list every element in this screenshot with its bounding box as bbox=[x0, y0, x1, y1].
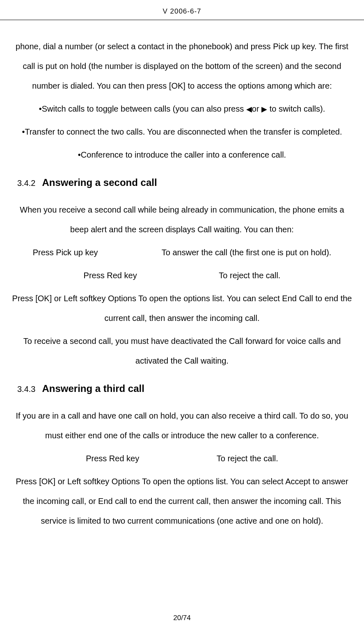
sec343-p3: Press [OK] or Left softkey Options To op… bbox=[11, 472, 353, 531]
document-page: V 2006-6-7 phone, dial a number (or sele… bbox=[0, 0, 364, 632]
page-number: 20/74 bbox=[173, 614, 191, 622]
sec343-p1: If you are in a call and have one call o… bbox=[11, 406, 353, 445]
left-triangle-icon: ◀ bbox=[246, 101, 252, 118]
intro-paragraph: phone, dial a number (or select a contac… bbox=[11, 37, 353, 96]
bullet-conference: •Conference to introduce the caller into… bbox=[11, 145, 353, 165]
right-triangle-icon: ▶ bbox=[261, 101, 267, 118]
bullet1-post: to switch calls). bbox=[267, 104, 325, 113]
sec342-p5: To receive a second call, you must have … bbox=[11, 331, 353, 371]
bullet1-pre: •Switch calls to toggle between calls (y… bbox=[39, 104, 246, 113]
section-342-title: Answering a second call bbox=[42, 177, 157, 188]
sec342-p4: Press [OK] or Left softkey Options To op… bbox=[11, 289, 353, 328]
bullet-switch-calls: •Switch calls to toggle between calls (y… bbox=[11, 99, 353, 119]
section-343-title: Answering a third call bbox=[42, 383, 144, 394]
sec342-p3: Press Red key To reject the call. bbox=[11, 266, 353, 285]
page-content: phone, dial a number (or select a contac… bbox=[0, 20, 364, 531]
section-342-heading: 3.4.2 Answering a second call bbox=[17, 177, 353, 188]
sec343-p2: Press Red key To reject the call. bbox=[11, 449, 353, 468]
page-footer: 20/74 bbox=[0, 614, 364, 622]
section-342-number: 3.4.2 bbox=[17, 179, 35, 188]
sec342-p1: When you receive a second call while bei… bbox=[11, 200, 353, 239]
header-version: V 2006-6-7 bbox=[0, 7, 364, 16]
sec342-p2: Press Pick up key To answer the call (th… bbox=[11, 243, 353, 262]
bullet1-mid: or bbox=[252, 104, 261, 113]
section-343-heading: 3.4.3 Answering a third call bbox=[17, 383, 353, 394]
section-343-number: 3.4.3 bbox=[17, 385, 35, 394]
bullet-transfer: •Transfer to connect the two calls. You … bbox=[11, 122, 353, 142]
page-header: V 2006-6-7 bbox=[0, 0, 364, 16]
